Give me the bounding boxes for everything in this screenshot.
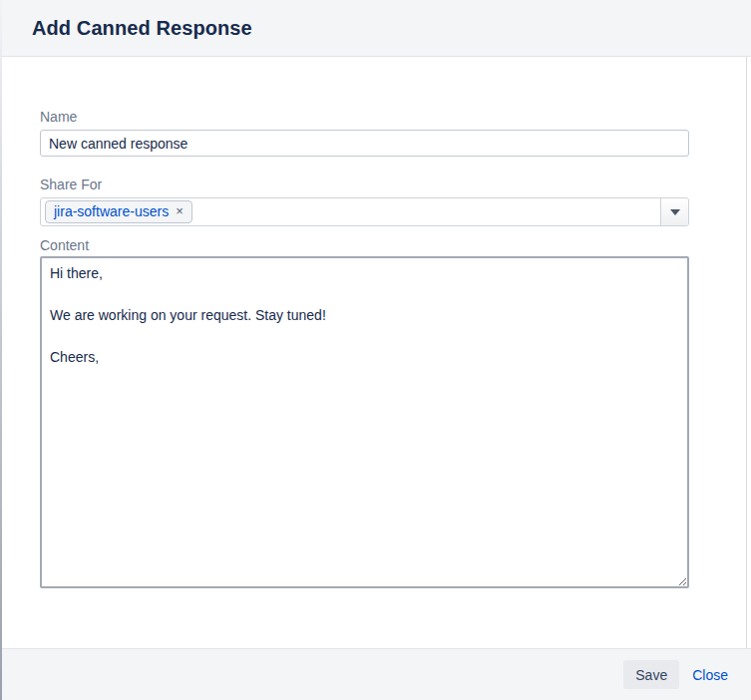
name-input[interactable] xyxy=(40,130,689,157)
share-for-dropdown-button[interactable] xyxy=(660,198,688,225)
save-button[interactable]: Save xyxy=(623,660,679,689)
tag-remove-icon[interactable]: × xyxy=(176,202,184,220)
name-field-group: Name xyxy=(40,109,689,157)
share-for-select[interactable]: jira-software-users × xyxy=(40,197,689,226)
chevron-down-icon xyxy=(670,209,680,215)
dialog-body: Name Share For jira-software-users × Con… xyxy=(0,57,751,592)
share-for-field-group: Share For jira-software-users × xyxy=(40,176,689,226)
tag-label: jira-software-users xyxy=(54,202,169,220)
share-for-tag: jira-software-users × xyxy=(45,200,192,223)
dialog-left-edge xyxy=(0,0,2,700)
dialog-header: Add Canned Response xyxy=(0,0,751,57)
content-textarea[interactable]: Hi there, We are working on your request… xyxy=(40,256,689,588)
add-canned-response-dialog: Add Canned Response Name Share For jira-… xyxy=(0,0,751,700)
content-label: Content xyxy=(40,237,689,253)
dialog-right-edge xyxy=(746,57,747,648)
dialog-footer: Save Close xyxy=(0,648,751,700)
content-field-group: Content Hi there, We are working on your… xyxy=(40,237,689,592)
close-link[interactable]: Close xyxy=(692,667,728,683)
share-for-label: Share For xyxy=(40,176,689,192)
dialog-title: Add Canned Response xyxy=(32,17,252,40)
name-label: Name xyxy=(40,109,689,125)
